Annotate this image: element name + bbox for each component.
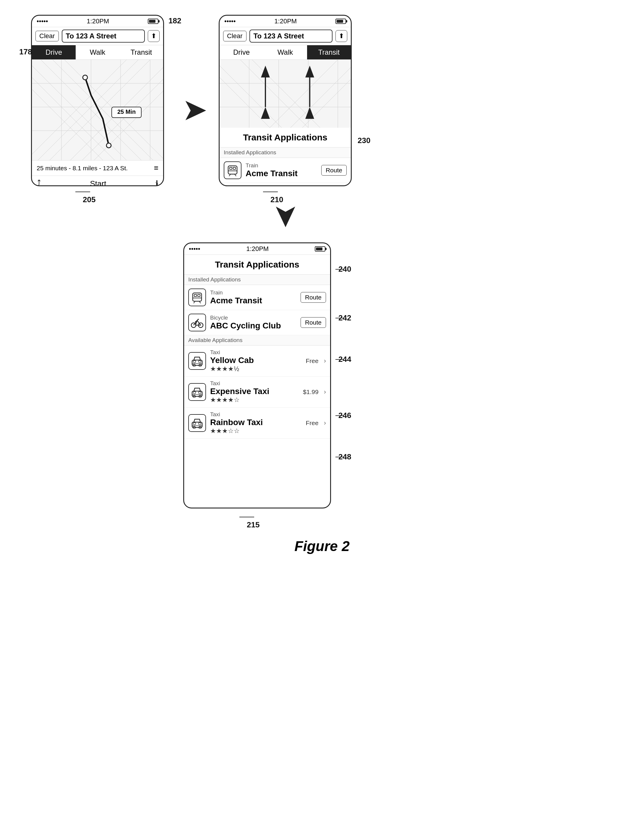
app-name-acme-215: Acme Transit (210, 296, 297, 305)
app-row-rainbowtaxi-215[interactable]: Taxi Rainbow Taxi ★★★☆☆ Free › (184, 408, 330, 439)
taxi-icon-yellowcab (191, 355, 203, 367)
status-time-210: 1:20PM (274, 18, 297, 25)
app-type-acme-210: Train (246, 162, 317, 169)
bicycle-icon-215 (191, 317, 203, 328)
tab-transit-210[interactable]: Transit (307, 45, 351, 59)
tab-drive-210[interactable]: Drive (220, 45, 263, 59)
chevron-expensive: › (324, 388, 326, 396)
app-info-cycling-215: Bicycle ABC Cycling Club (210, 315, 297, 330)
app-type-cycling-215: Bicycle (210, 315, 297, 321)
app-info-acme-210: Train Acme Transit (246, 162, 317, 178)
svg-point-20 (106, 143, 111, 148)
location-icon[interactable]: ⤴ (37, 179, 41, 186)
svg-line-34 (243, 60, 351, 128)
share-icon-210: ⬆ (339, 32, 344, 40)
label-178: 178 (19, 47, 32, 57)
app-row-acme-210[interactable]: Train Acme Transit Route (220, 158, 351, 183)
transport-tabs-205: Drive Walk Transit (32, 45, 163, 60)
app-name-rainbow: Rainbow Taxi (210, 418, 302, 427)
destination-field-205[interactable]: To 123 A Street (62, 29, 145, 42)
svg-rect-48 (193, 293, 202, 301)
transit-title-215: Transit Applications (184, 255, 330, 274)
app-row-cycling-215[interactable]: Bicycle ABC Cycling Club Route (184, 310, 330, 335)
share-icon: ⬆ (151, 32, 157, 40)
label-205: 205 (83, 195, 95, 204)
tab-transit-205[interactable]: Transit (119, 45, 163, 59)
installed-label-215: Installed Applications (184, 274, 330, 285)
svg-line-0 (32, 60, 163, 160)
app-info-yellowcab: Taxi Yellow Cab ★★★★½ (210, 349, 302, 373)
phone-210: ••••• 1:20PM Clear To 123 A Street ⬆ Dri… (219, 15, 352, 186)
svg-line-25 (220, 60, 351, 128)
svg-marker-41 (305, 65, 314, 77)
app-name-expensive: Expensive Taxi (210, 387, 299, 396)
status-bar-215: ••••• 1:20PM (184, 243, 330, 255)
battery-icon-210 (336, 19, 346, 24)
destination-field-210[interactable]: To 123 A Street (249, 29, 333, 42)
app-row-expensivetaxi-215[interactable]: Taxi Expensive Taxi ★★★★☆ $1.99 › (184, 377, 330, 408)
transport-tabs-210: Drive Walk Transit (220, 45, 351, 60)
svg-rect-71 (193, 392, 196, 394)
svg-rect-49 (194, 294, 197, 297)
map-area-205: 25 Min (32, 60, 163, 160)
price-rainbow: Free (306, 420, 318, 426)
battery-icon-215 (315, 246, 325, 251)
share-button-205[interactable]: ⬆ (148, 30, 160, 42)
svg-line-6 (32, 60, 163, 160)
menu-icon-205[interactable]: ≡ (154, 163, 158, 173)
start-label[interactable]: Start (90, 179, 106, 186)
svg-rect-65 (193, 361, 196, 362)
svg-rect-72 (199, 392, 201, 394)
app-type-yellowcab: Taxi (210, 349, 302, 356)
train-icon-215 (191, 291, 203, 303)
price-yellowcab: Free (306, 358, 318, 364)
status-dots: ••••• (37, 18, 48, 25)
route-button-acme-215[interactable]: Route (301, 292, 326, 303)
app-row-yellowcab-215[interactable]: Taxi Yellow Cab ★★★★½ Free › (184, 346, 330, 377)
map-area-210 (220, 60, 351, 128)
train-icon-box-210 (224, 162, 241, 179)
app-info-expensive: Taxi Expensive Taxi ★★★★☆ (210, 380, 299, 404)
svg-line-23 (220, 60, 351, 128)
app-name-acme-210: Acme Transit (246, 169, 317, 178)
transit-title-210: Transit Applications (220, 128, 351, 147)
arrow-right-205-210: ➤ (183, 95, 205, 126)
tab-walk-205[interactable]: Walk (76, 45, 119, 59)
status-bar-205: ••••• 1:20PM (32, 16, 163, 27)
label-230: 230 (358, 136, 370, 145)
share-button-210[interactable]: ⬆ (336, 30, 347, 42)
map-svg-210 (220, 60, 351, 128)
phone-205: ••••• 1:20PM Clear To 123 A Street ⬆ Dri… (31, 15, 164, 186)
app-info-acme-215: Train Acme Transit (210, 289, 297, 305)
taxi-icon-expensive (191, 386, 203, 398)
clear-button-210[interactable]: Clear (223, 31, 246, 41)
svg-line-24 (232, 60, 351, 128)
app-row-acme-215[interactable]: Train Acme Transit Route (184, 285, 330, 310)
route-button-cycling-215[interactable]: Route (301, 317, 326, 328)
svg-rect-78 (199, 423, 201, 425)
bicycle-icon-box-215 (188, 314, 206, 331)
svg-marker-39 (305, 107, 314, 119)
app-type-acme-215: Train (210, 289, 297, 296)
clear-button-205[interactable]: Clear (36, 31, 59, 41)
svg-rect-66 (199, 361, 201, 362)
taxi-icon-box-expensive (188, 383, 206, 401)
chevron-rainbow: › (324, 419, 326, 427)
svg-rect-50 (198, 294, 200, 297)
arrow-down-210-215: ➤ (271, 206, 302, 228)
tab-walk-210[interactable]: Walk (263, 45, 307, 59)
app-stars-rainbow: ★★★☆☆ (210, 427, 302, 435)
tab-drive-205[interactable]: Drive (32, 45, 76, 59)
map-svg-205: 25 Min (32, 60, 163, 160)
route-button-acme-210[interactable]: Route (321, 165, 347, 176)
train-icon-svg (227, 164, 238, 176)
battery-icon (148, 19, 158, 24)
taxi-icon-box-rainbow (188, 414, 206, 432)
status-time: 1:20PM (86, 18, 109, 25)
info-icon[interactable]: ℹ (155, 179, 158, 186)
installed-section-label-210: Installed Applications (220, 147, 351, 158)
bottom-nav-205: ⤴ Start ℹ (32, 176, 163, 186)
svg-marker-36 (261, 107, 270, 119)
svg-rect-77 (193, 423, 196, 425)
available-label-215: Available Applications (184, 335, 330, 346)
